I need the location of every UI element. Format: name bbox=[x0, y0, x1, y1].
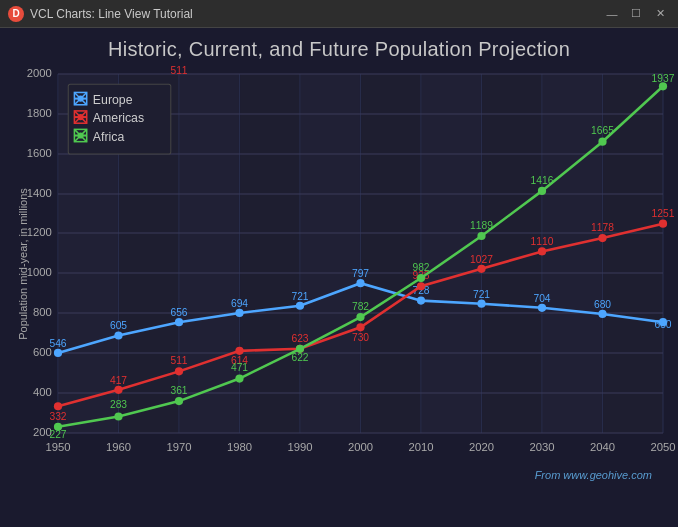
title-bar: D VCL Charts: Line View Tutorial — ☐ ✕ bbox=[0, 0, 678, 28]
americas-point bbox=[356, 323, 364, 331]
chart-svg: 200 400 600 800 1000 1200 1400 1600 1800… bbox=[58, 74, 663, 453]
svg-text:471: 471 bbox=[231, 362, 248, 373]
svg-text:332: 332 bbox=[49, 411, 66, 422]
app-icon: D bbox=[8, 6, 24, 22]
svg-text:650: 650 bbox=[654, 319, 671, 330]
svg-text:622: 622 bbox=[291, 352, 308, 363]
svg-text:2030: 2030 bbox=[529, 441, 554, 453]
americas-point bbox=[114, 386, 122, 394]
europe-point bbox=[175, 318, 183, 326]
africa-point bbox=[356, 313, 364, 321]
svg-text:283: 283 bbox=[110, 399, 127, 410]
title-bar-left: D VCL Charts: Line View Tutorial bbox=[8, 6, 193, 22]
europe-point bbox=[296, 302, 304, 310]
svg-text:2020: 2020 bbox=[469, 441, 494, 453]
europe-point bbox=[356, 279, 364, 287]
svg-text:511: 511 bbox=[170, 355, 187, 366]
svg-text:1950: 1950 bbox=[45, 441, 70, 453]
svg-text:1980: 1980 bbox=[227, 441, 252, 453]
maximize-button[interactable]: ☐ bbox=[626, 6, 646, 22]
svg-text:400: 400 bbox=[33, 386, 52, 398]
svg-text:1178: 1178 bbox=[591, 222, 614, 233]
main-content: Historic, Current, and Future Population… bbox=[0, 28, 678, 527]
svg-text:1189: 1189 bbox=[470, 220, 493, 231]
svg-text:1937: 1937 bbox=[652, 73, 675, 84]
svg-text:2000: 2000 bbox=[348, 441, 373, 453]
svg-text:1110: 1110 bbox=[531, 236, 554, 247]
y-axis-label: Population mid-year, in millions bbox=[17, 188, 29, 340]
americas-point bbox=[175, 367, 183, 375]
svg-rect-15 bbox=[300, 74, 361, 433]
svg-text:782: 782 bbox=[352, 301, 369, 312]
svg-text:2050: 2050 bbox=[650, 441, 675, 453]
window-controls[interactable]: — ☐ ✕ bbox=[602, 6, 670, 22]
svg-text:721: 721 bbox=[291, 291, 308, 302]
minimize-button[interactable]: — bbox=[602, 6, 622, 22]
svg-text:1400: 1400 bbox=[27, 187, 52, 199]
svg-text:1800: 1800 bbox=[27, 107, 52, 119]
svg-text:694: 694 bbox=[231, 298, 248, 309]
americas-point bbox=[538, 247, 546, 255]
svg-text:546: 546 bbox=[49, 338, 66, 349]
svg-text:982: 982 bbox=[412, 262, 429, 273]
svg-text:2000: 2000 bbox=[27, 67, 52, 79]
africa-point bbox=[538, 187, 546, 195]
svg-text:1960: 1960 bbox=[106, 441, 131, 453]
svg-text:1665: 1665 bbox=[591, 125, 614, 136]
svg-text:511: 511 bbox=[170, 65, 187, 76]
chart-title: Historic, Current, and Future Population… bbox=[10, 38, 668, 61]
americas-point bbox=[54, 402, 62, 410]
svg-point-88 bbox=[77, 96, 83, 102]
svg-text:361: 361 bbox=[170, 385, 187, 396]
svg-text:730: 730 bbox=[352, 332, 369, 343]
europe-point bbox=[477, 300, 485, 308]
africa-point bbox=[235, 374, 243, 382]
africa-point bbox=[114, 412, 122, 420]
svg-text:227: 227 bbox=[49, 429, 66, 440]
svg-text:704: 704 bbox=[533, 293, 550, 304]
chart-area: Population mid-year, in millions bbox=[10, 69, 668, 489]
svg-point-94 bbox=[77, 114, 83, 120]
svg-text:1416: 1416 bbox=[531, 175, 554, 186]
americas-point bbox=[417, 282, 425, 290]
svg-text:656: 656 bbox=[170, 307, 187, 318]
europe-point bbox=[538, 304, 546, 312]
svg-text:Africa: Africa bbox=[93, 130, 125, 144]
svg-text:605: 605 bbox=[110, 320, 127, 331]
africa-point bbox=[175, 397, 183, 405]
europe-point bbox=[417, 297, 425, 305]
svg-text:1251: 1251 bbox=[652, 208, 675, 219]
americas-point bbox=[598, 234, 606, 242]
svg-text:800: 800 bbox=[33, 306, 52, 318]
europe-point bbox=[114, 331, 122, 339]
svg-text:2010: 2010 bbox=[408, 441, 433, 453]
svg-text:1000: 1000 bbox=[27, 266, 52, 278]
svg-text:721: 721 bbox=[473, 289, 490, 300]
americas-point bbox=[659, 220, 667, 228]
svg-text:797: 797 bbox=[352, 268, 369, 279]
svg-text:1200: 1200 bbox=[27, 226, 52, 238]
svg-text:417: 417 bbox=[110, 375, 127, 386]
svg-text:1027: 1027 bbox=[470, 254, 493, 265]
svg-text:Europe: Europe bbox=[93, 93, 133, 107]
source-attribution: From www.geohive.com bbox=[535, 469, 652, 481]
close-button[interactable]: ✕ bbox=[650, 6, 670, 22]
svg-text:1600: 1600 bbox=[27, 147, 52, 159]
europe-point bbox=[54, 349, 62, 357]
africa-point bbox=[477, 232, 485, 240]
svg-text:1970: 1970 bbox=[166, 441, 191, 453]
svg-point-100 bbox=[77, 132, 83, 138]
svg-text:Americas: Americas bbox=[93, 111, 144, 125]
africa-point bbox=[598, 138, 606, 146]
window-title: VCL Charts: Line View Tutorial bbox=[30, 7, 193, 21]
svg-text:623: 623 bbox=[291, 333, 308, 344]
svg-text:680: 680 bbox=[594, 299, 611, 310]
svg-rect-14 bbox=[179, 74, 240, 433]
svg-text:1990: 1990 bbox=[287, 441, 312, 453]
americas-point bbox=[235, 347, 243, 355]
africa-point bbox=[417, 274, 425, 282]
svg-text:2040: 2040 bbox=[590, 441, 615, 453]
americas-point bbox=[477, 265, 485, 273]
europe-point bbox=[598, 310, 606, 318]
europe-point bbox=[235, 309, 243, 317]
